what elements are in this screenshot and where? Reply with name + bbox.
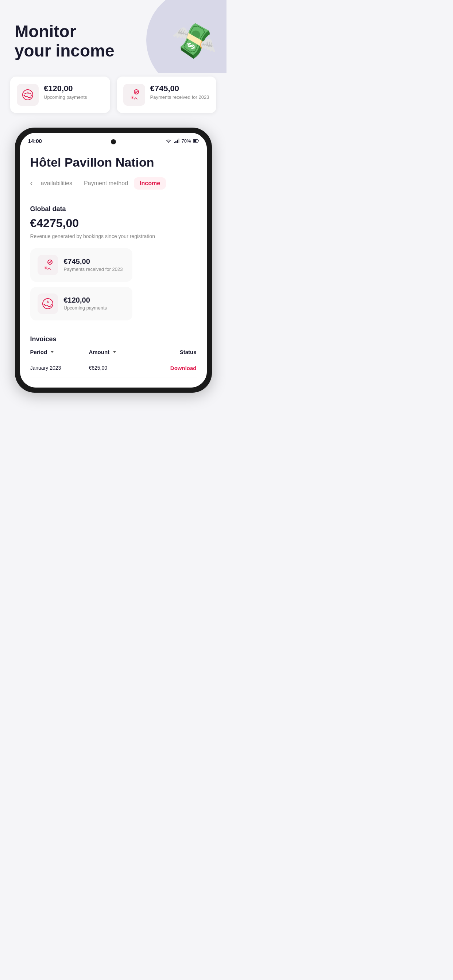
phone-upcoming-card: $ €120,00 Upcoming payments [30, 287, 132, 320]
period-sort-icon[interactable] [50, 351, 54, 353]
income-cards-container: $ €745,00 Payments received for 2023 [30, 248, 196, 320]
upcoming-amount: €120,00 [44, 84, 87, 93]
page-wrapper: 💸 Monitor your income $ €120, [0, 0, 226, 407]
received-icon-wrap: $ [123, 84, 145, 106]
status-bar: 14:00 70% [20, 133, 207, 147]
tabs-container[interactable]: ‹ availabilities Payment method Income [30, 177, 196, 189]
hotel-name: Hôtel Pavillon Nation [30, 156, 196, 169]
upcoming-icon-wrap: $ [17, 84, 39, 106]
phone-section: 14:00 70% [0, 124, 226, 407]
phone-upcoming-info: €120,00 Upcoming payments [64, 296, 107, 311]
phone-received-card: $ €745,00 Payments received for 2023 [30, 248, 132, 282]
received-card-info: €745,00 Payments received for 2023 [150, 84, 209, 100]
upcoming-label: Upcoming payments [44, 94, 87, 100]
camera-notch [111, 139, 116, 145]
svg-rect-10 [193, 140, 196, 142]
received-payments-card: $ €745,00 Payments received for 2023 [117, 76, 217, 113]
received-amount: €745,00 [150, 84, 209, 93]
phone-upcoming-icon-wrap: $ [38, 293, 58, 314]
received-label: Payments received for 2023 [150, 94, 209, 100]
svg-text:$: $ [45, 267, 47, 269]
col-period[interactable]: Period [30, 349, 89, 355]
upcoming-payments-icon: $ [21, 88, 34, 101]
phone-content: Hôtel Pavillon Nation ‹ availabilities P… [20, 147, 207, 388]
hero-section: 💸 Monitor your income [0, 0, 226, 73]
col-status: Status [147, 349, 196, 355]
phone-upcoming-label: Upcoming payments [64, 305, 107, 311]
invoice-amount: €625,00 [89, 365, 147, 371]
svg-text:$: $ [47, 300, 48, 304]
col-amount[interactable]: Amount [89, 349, 147, 355]
hero-title: Monitor your income [14, 22, 212, 60]
svg-rect-5 [174, 142, 175, 143]
phone-upcoming-icon: $ [41, 297, 54, 310]
phone-upcoming-amount: €120,00 [64, 296, 107, 304]
invoice-row: January 2023 €625,00 Download [30, 359, 196, 377]
svg-rect-8 [179, 138, 179, 143]
phone-received-label: Payments received for 2023 [64, 267, 123, 273]
phone-inner: 14:00 70% [20, 133, 207, 388]
received-payments-icon: $ [128, 88, 141, 101]
status-icons: 70% [165, 138, 198, 144]
tab-availabilities[interactable]: availabilities [35, 177, 78, 189]
battery-icon [193, 139, 199, 143]
invoices-header: Period Amount Status [30, 349, 196, 359]
battery-text: 70% [181, 138, 191, 144]
invoice-period: January 2023 [30, 365, 89, 371]
amount-sort-icon[interactable] [113, 351, 116, 353]
svg-rect-7 [177, 140, 178, 143]
svg-rect-11 [198, 140, 198, 142]
phone-received-amount: €745,00 [64, 258, 123, 266]
tab-payment-method[interactable]: Payment method [78, 177, 134, 189]
svg-rect-6 [175, 141, 177, 143]
svg-text:$: $ [132, 96, 133, 99]
status-time: 14:00 [28, 138, 42, 144]
global-description: Revenue generated by bookings since your… [30, 233, 196, 240]
global-data-label: Global data [30, 205, 196, 213]
phone-received-info: €745,00 Payments received for 2023 [64, 258, 123, 273]
invoices-label: Invoices [30, 336, 196, 343]
invoices-section: Invoices Period Amount Status [30, 336, 196, 377]
phone-received-icon: $ [41, 258, 54, 272]
invoice-download-button[interactable]: Download [147, 365, 196, 371]
wifi-icon [165, 138, 172, 143]
phone-outer: 14:00 70% [15, 127, 212, 393]
tab-income[interactable]: Income [134, 177, 166, 189]
phone-received-icon-wrap: $ [38, 255, 58, 275]
tab-back-icon[interactable]: ‹ [30, 179, 33, 188]
upcoming-card-info: €120,00 Upcoming payments [44, 84, 87, 100]
upcoming-payments-card: $ €120,00 Upcoming payments [10, 76, 110, 113]
global-total-amount: €4275,00 [30, 216, 196, 230]
signal-icon [174, 138, 179, 143]
global-data-section: Global data €4275,00 Revenue generated b… [30, 205, 196, 240]
summary-cards: $ €120,00 Upcoming payments [0, 73, 226, 124]
